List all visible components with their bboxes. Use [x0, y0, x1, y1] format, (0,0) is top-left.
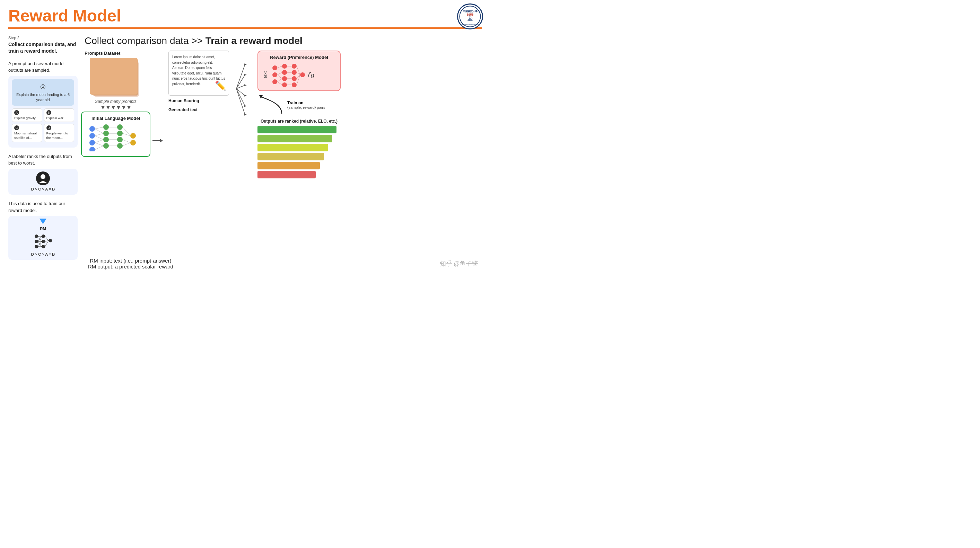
svg-line-90 — [297, 75, 300, 85]
svg-line-40 — [95, 140, 103, 143]
lorem-box: Lorem ipsum dolor sit amet, consectetur … — [169, 51, 229, 95]
svg-point-7 — [35, 245, 38, 248]
down-triangle — [40, 219, 46, 224]
labeler-diagram: D > C > A = B — [8, 169, 78, 195]
pencil-icon: ✏️ — [215, 79, 226, 92]
labeler-avatar — [36, 172, 50, 185]
rank-bar-5 — [258, 162, 320, 169]
svg-point-75 — [292, 83, 297, 87]
arrow-6 — [127, 106, 130, 110]
ranking-text: D > C > A = B — [11, 187, 75, 192]
step-label: Step 2 — [8, 35, 78, 41]
rank-bars — [258, 126, 340, 178]
train-arrow-svg — [258, 95, 285, 115]
option-b-text: Explain war... — [46, 116, 66, 120]
rm-input-text: RM input: text (i.e., prompt-answer) — [88, 258, 173, 264]
svg-point-35 — [130, 140, 136, 146]
prompt-sample-section: A prompt and several model outputs are s… — [8, 60, 78, 148]
svg-line-49 — [123, 140, 130, 143]
rm-label: RM — [11, 226, 75, 231]
svg-point-66 — [272, 72, 277, 77]
rm-train-text: This data is used to train our reward mo… — [8, 200, 78, 214]
svg-point-6 — [35, 240, 38, 243]
svg-point-73 — [292, 70, 297, 75]
step-title: Collect comparison data, and train a rew… — [8, 41, 78, 54]
option-c-label: C — [14, 125, 19, 130]
svg-line-37 — [95, 129, 103, 133]
rank-bar-1 — [258, 126, 336, 133]
labeler-text: A labeler ranks the outputs from best to… — [8, 153, 78, 167]
logo-svg: 中国科技大学 1958 University of Science and Te… — [459, 5, 481, 28]
rm-diagram: RM — [8, 216, 78, 260]
svg-point-69 — [282, 70, 287, 75]
svg-line-36 — [95, 127, 103, 129]
svg-line-78 — [277, 68, 282, 72]
svg-line-19 — [45, 236, 49, 241]
prompt-text: Explain the moon landing to a 6 year old — [15, 92, 71, 103]
option-d-label: D — [46, 125, 51, 130]
rm-train-section: This data is used to train our reward mo… — [8, 200, 78, 260]
svg-point-8 — [41, 235, 45, 238]
r-theta-symbol: rθ — [308, 70, 314, 80]
svg-marker-64 — [244, 114, 247, 116]
train-info: Train on {sample, reward} pairs — [287, 100, 325, 110]
section-header-normal: Collect comparison data >> — [84, 35, 205, 46]
svg-point-27 — [103, 130, 109, 136]
option-c-text: Moon is natural satellite of... — [14, 131, 37, 140]
bottom-area: RM input: text (i.e., prompt-answer) RM … — [84, 258, 482, 270]
svg-line-41 — [95, 143, 103, 146]
svg-point-72 — [292, 64, 297, 68]
svg-point-22 — [89, 126, 95, 132]
svg-marker-63 — [244, 105, 247, 107]
svg-marker-59 — [244, 64, 247, 65]
arrow-1 — [101, 106, 105, 110]
option-a-label: A — [14, 110, 19, 115]
reward-model-box: Reward (Preference) Model text — [258, 51, 340, 91]
connector-arrows — [235, 51, 252, 120]
rm-descriptions: RM input: text (i.e., prompt-answer) RM … — [88, 258, 173, 270]
svg-point-11 — [49, 239, 52, 243]
rm-network-svg — [33, 233, 52, 248]
svg-line-81 — [277, 79, 282, 82]
card-front — [90, 58, 138, 95]
main-content: Step 2 Collect comparison data, and trai… — [0, 32, 490, 273]
svg-marker-52 — [160, 139, 163, 142]
rm-output-text: RM output: a predicted scalar reward — [88, 264, 173, 270]
svg-marker-60 — [244, 74, 247, 76]
svg-text:中国科技大学: 中国科技大学 — [463, 10, 477, 13]
svg-line-57 — [236, 89, 245, 106]
svg-text:University of Science and Tech: University of Science and Technology of … — [459, 24, 481, 25]
watermark: 知乎 @鱼子酱 — [440, 259, 478, 268]
orange-divider — [8, 27, 482, 29]
svg-line-58 — [236, 89, 245, 114]
llm-box: Initial Language Model — [81, 111, 150, 157]
svg-line-77 — [277, 66, 282, 68]
rm-ranking-text: D > C > A = B — [11, 252, 75, 257]
svg-line-79 — [277, 72, 282, 75]
arrow-4 — [117, 106, 120, 110]
reward-model-title: Reward (Preference) Model — [263, 55, 335, 60]
svg-line-80 — [277, 75, 282, 79]
arrow-2 — [107, 106, 110, 110]
text-label: text — [263, 71, 268, 78]
option-b: B Explain war... — [44, 108, 75, 122]
ustc-logo: 中国科技大学 1958 University of Science and Te… — [457, 3, 483, 29]
svg-point-30 — [117, 124, 123, 130]
rank-bar-3 — [258, 144, 328, 151]
rank-bar-4 — [258, 153, 324, 160]
prompts-dataset-area: Prompts Dataset Sample many prompts — [84, 51, 147, 157]
option-d: D People went to the moon... — [44, 124, 75, 142]
flow-container: Prompts Dataset Sample many prompts — [84, 51, 482, 255]
train-area: Train on {sample, reward} pairs — [258, 95, 340, 115]
svg-marker-61 — [244, 84, 247, 86]
right-panel: Reward (Preference) Model text — [258, 51, 340, 178]
option-b-label: B — [46, 110, 51, 115]
prompts-label: Prompts Dataset — [84, 51, 120, 56]
arrow-3 — [111, 106, 115, 110]
header: Reward Model 中国科技大学 1958 University of S… — [0, 0, 490, 32]
option-a-text: Explain gravity... — [14, 116, 38, 120]
prompt-sample-text: A prompt and several model outputs are s… — [8, 60, 78, 74]
multi-arrow-svg — [235, 57, 252, 120]
generated-scoring-area: Lorem ipsum dolor sit amet, consectetur … — [169, 51, 229, 112]
prompt-icon: ◎ — [40, 82, 46, 91]
